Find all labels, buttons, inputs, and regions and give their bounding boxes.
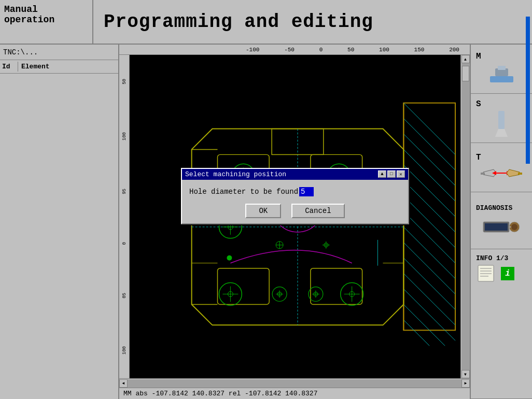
dialog-input[interactable] (299, 187, 314, 196)
svg-point-91 (511, 224, 517, 230)
dialog-ok-button[interactable]: OK (245, 204, 281, 218)
svg-marker-86 (507, 169, 520, 177)
m-button[interactable]: M (471, 45, 532, 94)
info-button[interactable]: INFO 1/3 i (471, 249, 532, 399)
info-i-badge: i (501, 267, 514, 280)
svg-rect-78 (498, 66, 506, 70)
scroll-right[interactable]: ▲ ▼ (460, 55, 470, 378)
scroll-down-button[interactable]: ▼ (461, 370, 470, 378)
m-icon (487, 63, 516, 87)
canvas-area: -100 -50 0 50 100 150 200 50 100 95 0 05… (119, 45, 470, 399)
svg-rect-89 (485, 223, 508, 231)
file-list-header: Id Element (0, 60, 118, 74)
page-title: Programming and editing (104, 11, 373, 33)
s-label: S (473, 99, 481, 109)
s-icon (491, 111, 512, 137)
dialog-restore-button[interactable]: □ (387, 170, 396, 178)
info-icon: i (473, 264, 530, 282)
diagnosis-button[interactable]: DIAGNOSIS (471, 192, 532, 249)
scroll-track-horizontal (128, 379, 461, 388)
svg-rect-82 (481, 173, 485, 175)
dialog-up-button[interactable]: ▲ (378, 170, 386, 178)
svg-marker-80 (495, 129, 508, 137)
info-label: INFO 1/3 (473, 254, 508, 262)
cad-canvas: Select machining position ▲ □ ✕ Hole dia… (130, 55, 460, 378)
col-element-header: Element (18, 62, 53, 72)
path-bar[interactable]: TNC:\... (0, 45, 118, 60)
svg-point-69 (227, 255, 232, 261)
left-panel: TNC:\... Id Element (0, 45, 119, 399)
scroll-thumb-vertical[interactable] (462, 66, 469, 81)
manual-operation-label: Manual operation (0, 0, 93, 44)
diagnosis-label: DIAGNOSIS (473, 204, 512, 212)
ruler-left: 50 100 95 0 05 100 (119, 55, 130, 378)
dialog-close-button[interactable]: ✕ (397, 170, 405, 178)
status-bar: MM abs -107.8142 140.8327 rel -107.8142 … (119, 388, 470, 399)
ruler-top: -100 -50 0 50 100 150 200 (119, 45, 470, 55)
t-button[interactable]: T (471, 143, 532, 192)
dialog-titlebar: Select machining position ▲ □ ✕ (182, 169, 408, 180)
col-id-header: Id (0, 62, 18, 72)
dialog: Select machining position ▲ □ ✕ Hole dia… (181, 168, 409, 224)
dialog-title: Select machining position (185, 170, 286, 178)
scroll-left-button[interactable]: ◄ (119, 379, 128, 388)
m-label: M (473, 52, 481, 61)
dialog-label: Hole diameter to be found (189, 188, 298, 196)
scroll-bottom[interactable]: ◄ ► (119, 378, 470, 388)
s-button[interactable]: S (471, 94, 532, 143)
svg-rect-79 (498, 111, 505, 129)
right-panel: M S T (470, 45, 532, 399)
scroll-up-button[interactable]: ▲ (461, 55, 470, 63)
svg-rect-76 (490, 76, 513, 82)
scroll-right-button[interactable]: ► (461, 379, 470, 388)
dialog-cancel-button[interactable]: Cancel (291, 204, 344, 218)
t-icon (473, 164, 530, 182)
diagnosis-icon (482, 214, 521, 237)
file-list-content (0, 74, 118, 399)
scroll-track-vertical (461, 63, 470, 370)
svg-rect-87 (518, 173, 522, 175)
t-label: T (473, 153, 481, 162)
